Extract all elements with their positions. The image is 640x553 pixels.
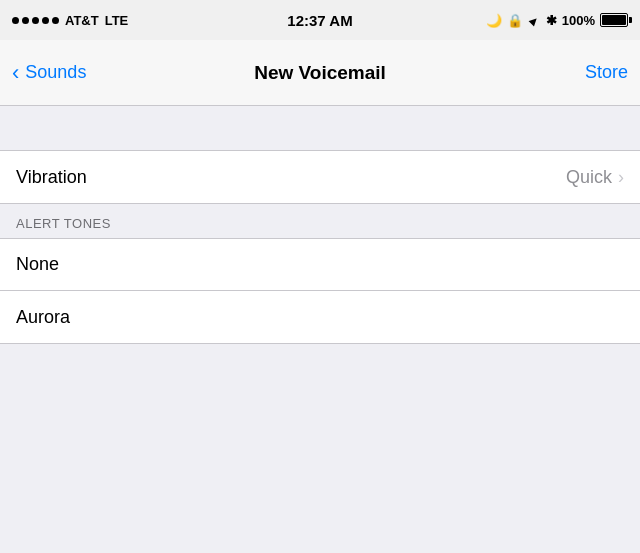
moon-icon: 🌙: [486, 13, 502, 28]
back-label: Sounds: [25, 62, 86, 83]
battery-icon: [600, 13, 628, 27]
nav-title: New Voicemail: [254, 62, 386, 84]
signal-dots: [12, 17, 59, 24]
status-bar: AT&T LTE 12:37 AM 🌙 🔒 ▲ ✱ 100%: [0, 0, 640, 40]
bluetooth-icon: ✱: [546, 13, 557, 28]
signal-dot-2: [22, 17, 29, 24]
network-type-label: LTE: [105, 13, 129, 28]
lock-icon: 🔒: [507, 13, 523, 28]
tone-row-none[interactable]: None: [0, 239, 640, 291]
tone-row-aurora[interactable]: Aurora: [0, 291, 640, 343]
signal-dot-1: [12, 17, 19, 24]
back-chevron-icon: ‹: [12, 62, 19, 84]
nav-bar: ‹ Sounds New Voicemail Store: [0, 40, 640, 106]
signal-dot-3: [32, 17, 39, 24]
signal-dot-5: [52, 17, 59, 24]
vibration-section: Vibration Quick ›: [0, 150, 640, 204]
top-spacer: [0, 106, 640, 150]
tone-none-label: None: [16, 254, 59, 275]
battery-percent: 100%: [562, 13, 595, 28]
vibration-row[interactable]: Vibration Quick ›: [0, 151, 640, 203]
tones-section: None Aurora: [0, 238, 640, 344]
status-left: AT&T LTE: [12, 13, 128, 28]
content: Vibration Quick › ALERT TONES None Auror…: [0, 106, 640, 344]
vibration-chevron-icon: ›: [618, 167, 624, 188]
vibration-label: Vibration: [16, 167, 87, 188]
tone-aurora-label: Aurora: [16, 307, 70, 328]
status-right: 🌙 🔒 ▲ ✱ 100%: [486, 13, 628, 28]
vibration-value-container: Quick ›: [566, 167, 624, 188]
alert-tones-header-text: ALERT TONES: [16, 216, 111, 231]
carrier-label: AT&T: [65, 13, 99, 28]
battery-fill: [602, 15, 626, 25]
status-time: 12:37 AM: [287, 12, 352, 29]
store-button[interactable]: Store: [585, 62, 628, 83]
back-button[interactable]: ‹ Sounds: [12, 62, 86, 84]
location-icon: ▲: [524, 10, 544, 30]
vibration-value: Quick: [566, 167, 612, 188]
signal-dot-4: [42, 17, 49, 24]
alert-tones-header: ALERT TONES: [0, 204, 640, 238]
